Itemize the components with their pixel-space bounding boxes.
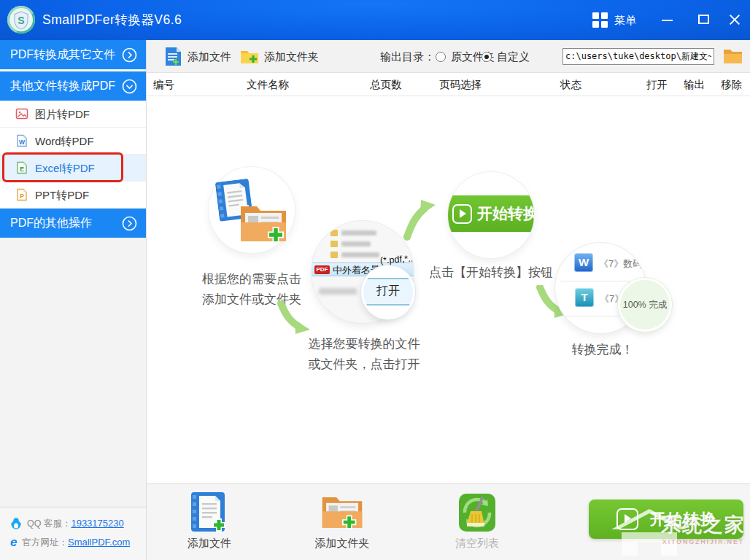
col-output: 输出	[684, 73, 705, 96]
col-total-pages: 总页数	[370, 73, 402, 96]
add-file-label: 添加文件	[188, 40, 231, 73]
excel-file-icon: E	[15, 161, 28, 174]
start-convert-button[interactable]: 开始转换	[589, 499, 743, 539]
image-icon	[15, 107, 28, 120]
radio-original-folder[interactable]	[436, 52, 446, 62]
sidebar-section-pdf-other-ops[interactable]: PDF的其他操作	[0, 209, 146, 238]
add-folder-big-icon	[321, 492, 363, 533]
app-title: SmallPDFer转换器V6.6	[42, 0, 182, 40]
col-open: 打开	[646, 73, 668, 96]
clear-list-button[interactable]: 清空列表	[433, 484, 521, 560]
chevron-right-circle-icon	[122, 216, 137, 231]
file-table-header: 编号 文件名称 总页数 页码选择 状态 打开 输出 移除	[147, 73, 750, 96]
start-convert-illustration: 开始转换	[448, 195, 534, 232]
section-label: PDF转换成其它文件	[10, 48, 115, 61]
toolbar: 添加文件 添加文件夹 输出目录： 原文件夹 自定义	[147, 40, 750, 73]
output-path-input[interactable]	[562, 48, 714, 65]
add-folder-icon	[240, 49, 259, 64]
pdf-badge-icon: PDF	[314, 265, 330, 274]
sidebar-item-word-to-pdf[interactable]: W Word转PDF	[0, 128, 146, 155]
sidebar-item-excel-to-pdf[interactable]: E Excel转PDF	[0, 155, 146, 182]
folder-add-icon	[239, 203, 287, 244]
contact-panel: QQ 客服：1933175230 e官方网址：SmallPDF.com	[0, 507, 146, 560]
content-area: 添加文件 添加文件夹 输出目录： 原文件夹 自定义 编号 文件名称 总页数 页码…	[147, 40, 750, 560]
watermark-sub-text: XITONGZHIJIA.NET	[662, 538, 744, 545]
col-page-select: 页码选择	[439, 73, 482, 96]
start-convert-button-label: 开始转换	[650, 509, 717, 529]
svg-text:P: P	[20, 192, 24, 200]
add-folder-label: 添加文件夹	[264, 40, 319, 73]
bottom-action-bar: 添加文件 添加文件夹	[147, 483, 750, 560]
progress-text: 100% 完成	[623, 299, 667, 311]
section-label: PDF的其他操作	[10, 217, 92, 229]
step2-caption: 选择您要转换的文件 或文件夹，点击打开	[262, 334, 466, 375]
word-file-icon: W	[15, 134, 28, 147]
maximize-button[interactable]	[692, 0, 716, 40]
ppt-file-icon: P	[15, 188, 28, 201]
arrow-up-right-icon	[403, 198, 436, 241]
qq-service-label: QQ 客服：	[27, 518, 71, 529]
sidebar-section-other-to-pdf[interactable]: 其他文件转换成PDF	[0, 71, 146, 101]
ie-browser-icon: e	[10, 536, 17, 549]
clear-list-icon	[457, 492, 497, 533]
tutorial-canvas: 根据您的需要点击 添加文件或文件夹 PDF 中外着名景 (*.pdf,*..	[147, 96, 750, 483]
app-logo-icon: S	[7, 5, 36, 34]
browse-folder-icon[interactable]	[723, 47, 743, 64]
col-status: 状态	[560, 73, 581, 96]
step3-bubble: 开始转换	[448, 172, 534, 258]
add-folder-big-label: 添加文件夹	[298, 537, 386, 551]
close-button[interactable]	[722, 0, 747, 40]
col-remove: 移除	[721, 73, 742, 96]
sidebar-section-pdf-to-other[interactable]: PDF转换成其它文件	[0, 40, 146, 69]
col-index: 编号	[153, 73, 174, 96]
sidebar-item-label: PPT转PDF	[35, 182, 89, 209]
qq-number-link[interactable]: 1933175230	[71, 518, 123, 529]
website-link[interactable]: SmallPDF.com	[68, 537, 130, 548]
chevron-down-circle-icon	[122, 79, 137, 94]
radio-custom-label[interactable]: 自定义	[497, 40, 530, 73]
svg-text:W: W	[19, 139, 26, 146]
menu-grid-icon[interactable]	[592, 12, 608, 28]
svg-text:S: S	[18, 15, 24, 26]
add-file-button[interactable]: 添加文件	[165, 40, 245, 73]
add-file-big-label: 添加文件	[166, 537, 253, 551]
progress-bubble: 100% 完成	[618, 278, 672, 332]
word-badge-icon: W	[574, 253, 593, 272]
clear-list-label: 清空列表	[433, 537, 521, 551]
sidebar-item-label: Word转PDF	[35, 128, 94, 155]
step1-bubble	[209, 167, 295, 253]
add-file-big-button[interactable]: 添加文件	[166, 484, 253, 560]
titlebar: S SmallPDFer转换器V6.6 菜单	[0, 0, 750, 40]
sidebar-item-image-to-pdf[interactable]: 图片转PDF	[0, 101, 146, 128]
minimize-button[interactable]	[655, 0, 680, 40]
sidebar-item-label: 图片转PDF	[35, 101, 90, 128]
col-filename: 文件名称	[247, 73, 289, 96]
radio-custom[interactable]	[482, 52, 492, 62]
sidebar-item-label: Excel转PDF	[35, 155, 95, 182]
svg-text:E: E	[20, 166, 24, 173]
play-icon	[452, 204, 472, 224]
play-icon	[616, 508, 638, 530]
step4-caption: 转换完成！	[530, 340, 676, 360]
arrow-down-right-icon	[276, 301, 311, 335]
result-row1-text: 《7》数码	[599, 257, 642, 271]
add-folder-big-button[interactable]: 添加文件夹	[298, 484, 386, 560]
website-label: 官方网址：	[22, 537, 68, 548]
qq-icon	[10, 517, 22, 529]
step3-caption: 点击【开始转换】按钮	[403, 262, 579, 283]
add-file-big-icon	[190, 492, 228, 534]
menu-button[interactable]: 菜单	[614, 0, 636, 40]
add-file-icon	[165, 47, 182, 66]
add-folder-button[interactable]: 添加文件夹	[240, 40, 335, 73]
start-convert-label: 开始转换	[477, 203, 534, 224]
section-label: 其他文件转换成PDF	[10, 79, 115, 92]
chevron-right-circle-icon	[122, 47, 137, 63]
txt-badge-icon: T	[575, 288, 594, 307]
sidebar-item-ppt-to-pdf[interactable]: P PPT转PDF	[0, 182, 146, 209]
open-button-label: 打开	[363, 284, 413, 299]
output-dir-label: 输出目录：	[380, 40, 435, 73]
sidebar: PDF转换成其它文件 其他文件转换成PDF 图片转PDF	[0, 40, 147, 560]
